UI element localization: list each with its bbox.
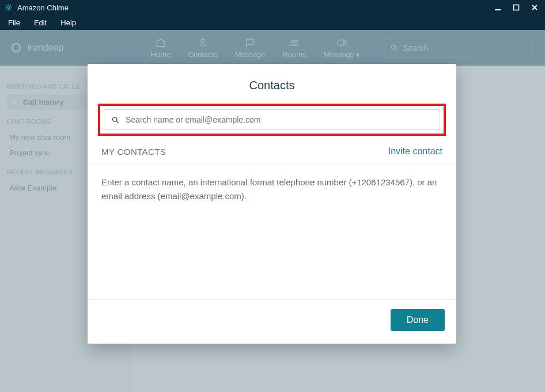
minimize-button[interactable] bbox=[494, 4, 505, 11]
menu-file[interactable]: File bbox=[8, 18, 20, 27]
search-icon bbox=[111, 116, 120, 124]
menubar: File Edit Help bbox=[0, 15, 545, 30]
app-title: Amazon Chime bbox=[17, 3, 494, 12]
modal-subheader-label: MY CONTACTS bbox=[101, 147, 166, 157]
svg-point-8 bbox=[113, 117, 118, 121]
modal-search-highlight bbox=[98, 104, 446, 136]
svg-rect-1 bbox=[495, 9, 501, 10]
window-controls bbox=[494, 4, 542, 11]
maximize-button[interactable] bbox=[513, 4, 523, 11]
modal-search-field[interactable] bbox=[104, 109, 440, 130]
modal-search-input[interactable] bbox=[126, 115, 433, 124]
svg-point-0 bbox=[7, 6, 10, 9]
modal-footer: Done bbox=[88, 299, 456, 344]
titlebar: Amazon Chime bbox=[0, 0, 545, 15]
modal-subheader: MY CONTACTS Invite contact bbox=[88, 144, 456, 165]
modal-help-text: Enter a contact name, an international f… bbox=[88, 165, 456, 214]
close-button[interactable] bbox=[531, 4, 542, 11]
menu-help[interactable]: Help bbox=[60, 18, 76, 27]
svg-rect-2 bbox=[514, 5, 519, 10]
invite-contact-link[interactable]: Invite contact bbox=[388, 146, 442, 157]
modal-title: Contacts bbox=[88, 64, 456, 104]
contacts-modal: Contacts MY CONTACTS Invite contact Ente… bbox=[88, 64, 456, 344]
menu-edit[interactable]: Edit bbox=[34, 18, 47, 27]
modal-spacer bbox=[88, 214, 456, 299]
app-icon bbox=[5, 3, 13, 12]
done-button[interactable]: Done bbox=[391, 309, 445, 331]
main: irendeep Home Contacts Message bbox=[0, 30, 545, 392]
